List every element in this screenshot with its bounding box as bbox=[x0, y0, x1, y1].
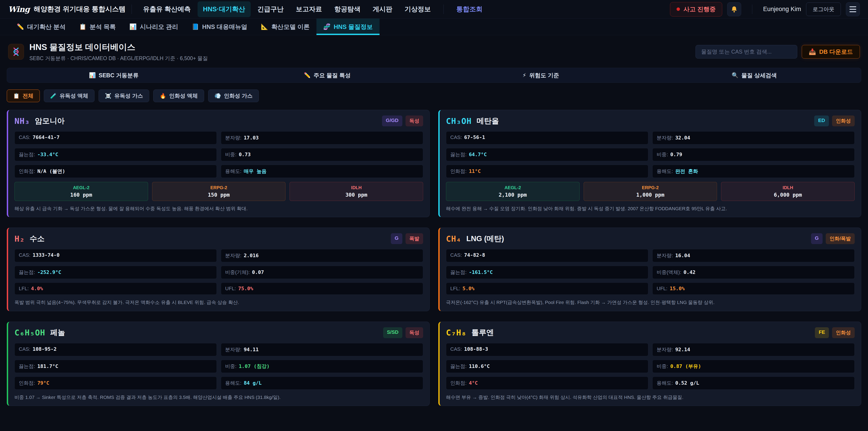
property-cell: CAS:67-56-1 bbox=[446, 131, 648, 145]
property-value: 0.07 bbox=[252, 269, 264, 275]
tab-hns-manual[interactable]: 📘 HNS 대응매뉴얼 bbox=[185, 19, 254, 35]
filter-label: 인화성 가스 bbox=[224, 92, 253, 99]
section-tab-detail-search[interactable]: 🔍 물질 상세검색 bbox=[648, 68, 861, 83]
nav-item-emergency-rescue[interactable]: 긴급구난 bbox=[252, 1, 289, 17]
tab-label: HNS 물질정보 bbox=[334, 23, 373, 31]
property-value: 1.07 (침강) bbox=[239, 363, 270, 370]
property-cell: 비중:0.87 (부유) bbox=[652, 360, 855, 373]
incident-label: 사고 진행중 bbox=[683, 5, 716, 13]
property-label: 인화점: bbox=[450, 380, 467, 387]
chemical-formula: C₇H₈ bbox=[446, 328, 467, 337]
hamburger-icon bbox=[849, 6, 856, 12]
nav-item-oil-spill[interactable]: 유출유 확산예측 bbox=[138, 1, 196, 17]
chemical-formula: CH₃OH bbox=[446, 116, 471, 126]
property-grid: CAS:74-82-8 분자량:16.04 끓는점:-161.5°C 비중(액체… bbox=[446, 249, 855, 295]
property-value: N/A (불연) bbox=[37, 168, 65, 175]
property-value: 75.0% bbox=[238, 286, 253, 291]
substance-card-phenol[interactable]: C₆H₅OH 페놀 S/SD 독성 CAS:108-95-2 분자량:94.11… bbox=[7, 321, 430, 406]
property-value: 110.6°C bbox=[469, 363, 490, 369]
property-value: 0.73 bbox=[239, 152, 251, 157]
property-grid: CAS:67-56-1 분자량:32.04 끓는점:64.7°C 비중:0.79… bbox=[446, 131, 855, 178]
filter-flammable-gas[interactable]: 💨 인화성 가스 bbox=[208, 90, 259, 102]
property-cell: LFL:4.0% bbox=[14, 282, 217, 295]
property-value: 94.11 bbox=[244, 347, 258, 352]
property-value: 0.79 bbox=[670, 152, 682, 157]
threshold-label: ERPG-2 bbox=[155, 185, 283, 190]
tab-model-theory[interactable]: 📐 확산모델 이론 bbox=[254, 19, 316, 35]
property-label: 분자량: bbox=[225, 346, 241, 353]
tab-dispersion-analysis[interactable]: ✏️ 대기확산 분석 bbox=[10, 19, 72, 35]
substance-card-methanol[interactable]: CH₃OH 메탄올 ED 인화성 CAS:67-56-1 분자량:32.04 끓… bbox=[438, 110, 861, 217]
threshold-box-idlh: IDLH 300 ppm bbox=[289, 182, 423, 201]
property-grid: CAS:108-95-2 분자량:94.11 끓는점:181.7°C 비중:1.… bbox=[14, 343, 423, 390]
property-grid: CAS:108-88-3 분자량:92.14 끓는점:110.6°C 비중:0.… bbox=[446, 343, 855, 390]
substance-note: 폭발 범위 극히 넓음(4~75%). 무색무취로 감지 불가. 극저온 액화수… bbox=[14, 299, 423, 306]
tab-analysis-list[interactable]: 📋 분석 목록 bbox=[72, 19, 123, 35]
property-cell: 끓는점:110.6°C bbox=[446, 360, 648, 373]
property-cell: CAS:108-95-2 bbox=[14, 343, 217, 356]
section-tab-label: 물질 상세검색 bbox=[741, 72, 777, 79]
chemical-formula: C₆H₅OH bbox=[14, 328, 45, 337]
nav-item-integrated-search[interactable]: 통합조회 bbox=[451, 1, 488, 17]
substance-note: 해수에 완전 용해 → 수질 오염 장기화. 인화점 낮아 화재 위험. 증발 … bbox=[446, 205, 855, 212]
nav-item-hns-dispersion[interactable]: HNS·대기확산 bbox=[197, 1, 251, 17]
property-cell: UFL:15.0% bbox=[652, 282, 855, 295]
substance-search-input[interactable] bbox=[695, 45, 797, 59]
property-cell: 분자량:16.04 bbox=[652, 249, 855, 262]
property-label: 용해도: bbox=[657, 380, 673, 387]
property-value: 0.42 bbox=[684, 269, 695, 275]
fire-icon: 🔥 bbox=[160, 93, 166, 99]
property-label: 끓는점: bbox=[450, 363, 467, 370]
substance-card-toluene[interactable]: C₇H₈ 톨루엔 FE 인화성 CAS:108-88-3 분자량:92.14 끓… bbox=[438, 321, 861, 406]
property-label: 용해도: bbox=[657, 168, 673, 175]
tab-scenario-management[interactable]: 📊 시나리오 관리 bbox=[123, 19, 185, 35]
tab-hns-substance-info[interactable]: 🧬 HNS 물질정보 bbox=[316, 19, 379, 35]
divider bbox=[131, 4, 132, 14]
nav-item-reports[interactable]: 보고자료 bbox=[290, 1, 328, 17]
threshold-box-erpg2: ERPG-2 150 ppm bbox=[152, 182, 286, 201]
notification-bell-button[interactable] bbox=[727, 2, 741, 16]
section-tab-label: 위험도 기준 bbox=[529, 72, 559, 79]
property-value: 74-82-8 bbox=[464, 252, 485, 258]
threshold-label: IDLH bbox=[292, 185, 421, 190]
logout-button[interactable]: 로그아웃 bbox=[806, 2, 841, 16]
hamburger-menu-button[interactable] bbox=[846, 2, 860, 16]
incident-status-badge[interactable]: 사고 진행중 bbox=[670, 2, 722, 17]
hazard-badge: 폭발 bbox=[405, 233, 423, 244]
threshold-row: AEGL-2 160 ppm ERPG-2 150 ppm IDLH 300 p… bbox=[14, 182, 423, 201]
property-cell: LFL:5.0% bbox=[446, 282, 648, 295]
substance-card-hydrogen[interactable]: H₂ 수소 G 폭발 CAS:1333-74-0 분자량:2.016 끓는점:-… bbox=[7, 227, 430, 311]
filter-flammable-liquid[interactable]: 🔥 인화성 액체 bbox=[153, 90, 204, 102]
chart-icon: 📊 bbox=[129, 23, 136, 30]
filter-toxic-gas[interactable]: ☠️ 유독성 가스 bbox=[98, 90, 149, 102]
section-tab-properties[interactable]: ✏️ 주요 물질 특성 bbox=[221, 68, 434, 83]
property-value: 67-56-1 bbox=[464, 134, 485, 140]
hazard-badge: 독성 bbox=[405, 327, 423, 338]
nav-item-weather[interactable]: 기상정보 bbox=[399, 1, 436, 17]
property-label: 인화점: bbox=[19, 168, 35, 175]
filter-all[interactable]: 📋 전체 bbox=[7, 90, 40, 102]
db-download-button[interactable]: 📥 DB 다운로드 bbox=[802, 45, 860, 59]
property-value: 92.14 bbox=[675, 347, 690, 352]
threshold-box-aegl2: AEGL-2 2,100 ppm bbox=[446, 182, 580, 201]
sebc-class-badge: G/GD bbox=[382, 116, 402, 126]
nav-item-aerial-search[interactable]: 항공탐색 bbox=[329, 1, 366, 17]
ruler-icon: 📐 bbox=[261, 23, 268, 30]
threshold-value: 150 ppm bbox=[155, 192, 283, 198]
threshold-value: 160 ppm bbox=[17, 192, 146, 198]
brand-logo[interactable]: Wing 해양환경 위기대응 통합시스템 bbox=[8, 4, 126, 14]
property-label: 분자량: bbox=[657, 134, 673, 141]
badge-group: S/SD 독성 bbox=[383, 327, 423, 338]
clipboard-icon: 📋 bbox=[79, 23, 86, 30]
property-cell: 인화점:79°C bbox=[14, 376, 217, 390]
dna-icon bbox=[11, 47, 21, 57]
nav-item-board[interactable]: 게시판 bbox=[367, 1, 398, 17]
page-root: Wing 해양환경 위기대응 통합시스템 유출유 확산예측 HNS·대기확산 긴… bbox=[0, 0, 868, 406]
substance-card-lng-methane[interactable]: CH₄ LNG (메탄) G 인화/폭발 CAS:74-82-8 분자량:16.… bbox=[438, 227, 861, 311]
substance-card-ammonia[interactable]: NH₃ 암모니아 G/GD 독성 CAS:7664-41-7 분자량:17.03… bbox=[7, 110, 430, 217]
section-tab-sebc[interactable]: 📊 SEBC 거동분류 bbox=[7, 68, 221, 83]
filter-toxic-liquid[interactable]: 🧪 유독성 액체 bbox=[44, 90, 94, 102]
section-tab-risk-criteria[interactable]: ⚡ 위험도 기준 bbox=[434, 68, 648, 83]
property-label: 비중(기체): bbox=[225, 269, 250, 276]
property-label: LFL: bbox=[19, 286, 29, 291]
